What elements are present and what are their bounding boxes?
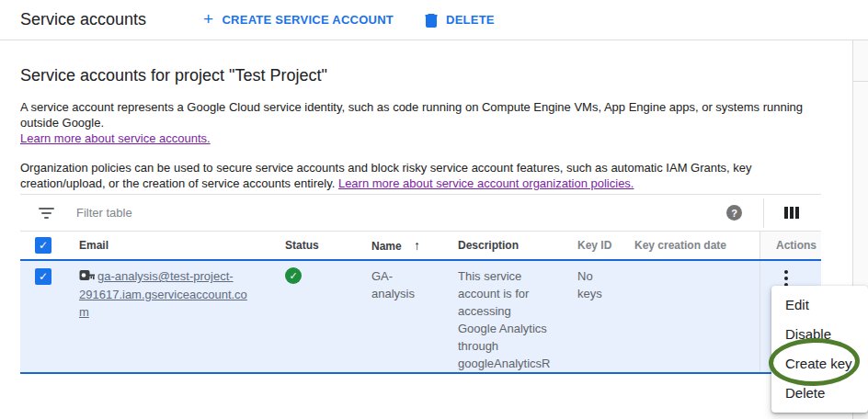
service-account-name: GA-analysis: [371, 267, 428, 302]
row-key-id-cell: No keys: [557, 261, 614, 372]
table-filter-bar: Filter table ?: [20, 195, 821, 232]
service-account-row: ✓ ga-analysis@test-project-291617.iam.gs…: [20, 259, 821, 374]
column-header-actions: Actions: [760, 232, 821, 259]
delete-button[interactable]: DELETE: [425, 13, 495, 28]
column-header-description[interactable]: Description: [438, 239, 557, 252]
intro-paragraph-1-text: A service account represents a Google Cl…: [20, 100, 803, 130]
row-key-creation-date-cell: [614, 261, 760, 372]
learn-more-service-accounts-link[interactable]: Learn more about service accounts.: [20, 131, 211, 145]
key-id-value: No keys: [577, 267, 612, 302]
sort-ascending-icon: ↑: [414, 238, 420, 253]
help-icon[interactable]: ?: [726, 205, 742, 221]
delete-label: DELETE: [446, 13, 495, 27]
row-actions-context-menu: Edit Disable Create key Delete: [771, 286, 868, 413]
status-enabled-check-icon: ✓: [285, 267, 302, 284]
table-header-row: ✓ Email Status Name ↑ Description Key ID…: [20, 232, 821, 259]
column-header-name-label: Name: [371, 240, 402, 253]
menu-item-disable[interactable]: Disable: [771, 320, 868, 349]
intro-paragraph-1: A service account represents a Google Cl…: [20, 99, 813, 146]
trash-icon: [425, 13, 438, 28]
service-account-email-link[interactable]: ga-analysis@test-project-291617.iam.gser…: [79, 269, 247, 319]
row-status-cell: ✓: [265, 261, 351, 372]
main-content: Service accounts for project "Test Proje…: [20, 40, 833, 191]
column-header-key-creation-date[interactable]: Key creation date: [614, 239, 760, 252]
column-display-options-icon[interactable]: [784, 207, 799, 219]
column-header-name[interactable]: Name ↑: [351, 238, 438, 253]
learn-more-org-policies-link[interactable]: Learn more about service account organiz…: [338, 176, 634, 190]
column-header-status[interactable]: Status: [265, 239, 351, 252]
menu-item-create-key[interactable]: Create key: [771, 349, 868, 379]
row-description-cell: This service account is for accessing Go…: [438, 261, 557, 372]
create-service-account-label: CREATE SERVICE ACCOUNT: [222, 13, 394, 27]
row-checkbox-cell: ✓: [20, 261, 61, 372]
top-action-bar: Service accounts + CREATE SERVICE ACCOUN…: [0, 0, 868, 40]
row-name-cell: GA-analysis: [351, 261, 438, 372]
select-all-checkbox[interactable]: ✓: [35, 237, 51, 254]
create-service-account-button[interactable]: + CREATE SERVICE ACCOUNT: [203, 12, 394, 28]
side-panel-divider: [853, 81, 868, 82]
service-accounts-table: Filter table ? ✓ Email Status Name ↑ Des…: [20, 194, 821, 374]
filter-table-input[interactable]: Filter table: [76, 206, 726, 220]
service-account-key-badge-icon: [79, 268, 95, 286]
row-checkbox[interactable]: ✓: [35, 268, 51, 285]
filter-icon[interactable]: [37, 208, 55, 219]
row-email-cell: ga-analysis@test-project-291617.iam.gser…: [61, 261, 265, 372]
intro-paragraph-2: Organization policies can be used to sec…: [20, 160, 813, 191]
page-title: Service accounts: [20, 10, 146, 29]
filter-bar-divider: [763, 198, 764, 228]
column-header-key-id[interactable]: Key ID: [557, 239, 614, 252]
service-account-description: This service account is for accessing Go…: [458, 269, 550, 370]
section-heading: Service accounts for project "Test Proje…: [20, 66, 833, 85]
select-all-checkbox-cell: ✓: [20, 237, 61, 254]
menu-item-edit[interactable]: Edit: [771, 290, 868, 320]
column-header-email[interactable]: Email: [61, 239, 265, 252]
plus-icon: +: [203, 10, 213, 28]
menu-item-delete[interactable]: Delete: [771, 379, 868, 408]
